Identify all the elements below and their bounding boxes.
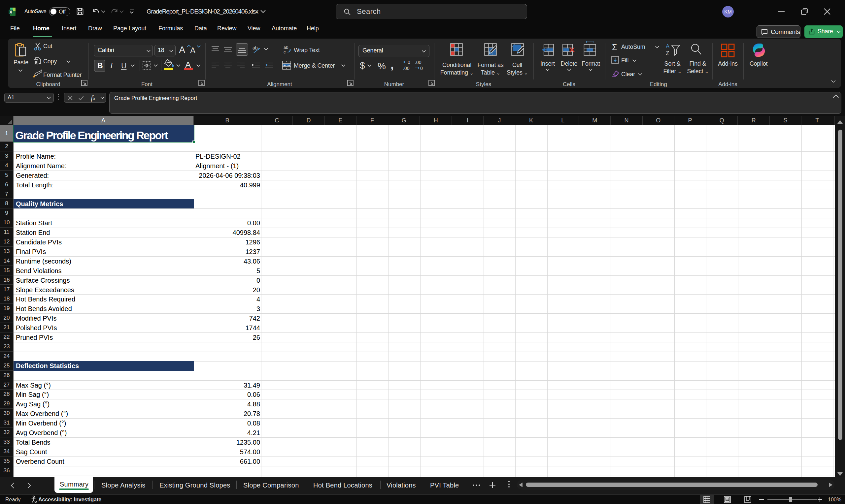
svg-text:ab: ab <box>252 45 258 51</box>
svg-text:.00: .00 <box>403 66 410 71</box>
svg-text:0: 0 <box>408 60 410 65</box>
svg-text:.00: .00 <box>415 60 422 65</box>
svg-text:A: A <box>666 43 670 50</box>
svg-text:ab: ab <box>284 45 288 50</box>
svg-text:Z: Z <box>666 50 669 56</box>
svg-text:X: X <box>10 10 12 15</box>
svg-text:c: c <box>284 50 286 54</box>
svg-text:0: 0 <box>420 66 423 71</box>
